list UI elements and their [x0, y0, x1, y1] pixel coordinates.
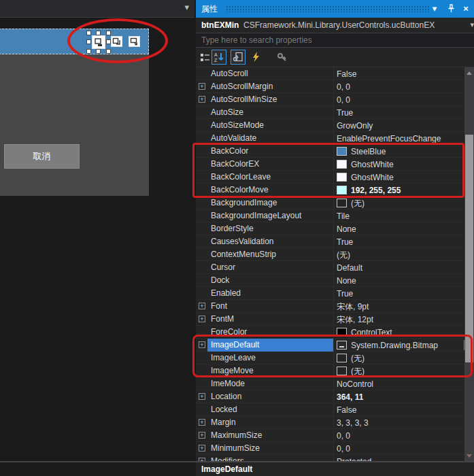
property-name[interactable]: BackgroundImageLayout [207, 209, 334, 222]
property-name[interactable]: CausesValidation [207, 235, 334, 248]
chevron-down-icon[interactable]: ▾ [184, 2, 189, 12]
events-button[interactable] [249, 50, 264, 65]
property-row[interactable]: BackgroundImage(无) [196, 197, 464, 209]
expand-icon[interactable]: + [199, 303, 205, 309]
property-name[interactable]: BackgroundImage [207, 197, 334, 209]
properties-view-button[interactable] [231, 50, 246, 65]
restore-button[interactable] [129, 36, 140, 47]
property-value-cell[interactable]: 0, 0 [335, 93, 464, 106]
property-name[interactable]: BackColor [207, 145, 334, 158]
property-value-cell[interactable]: True [335, 287, 464, 300]
property-row[interactable]: DockNone [196, 274, 464, 287]
categorized-button[interactable] [197, 50, 212, 65]
property-row[interactable]: +FontM宋体, 12pt [196, 313, 464, 326]
property-value-cell[interactable]: GhostWhite [335, 158, 464, 171]
scrollbar-thumb[interactable] [465, 135, 473, 362]
property-pages-button[interactable] [275, 50, 290, 65]
property-value-cell[interactable]: 宋体, 9pt [335, 300, 464, 313]
property-row[interactable]: +Margin3, 3, 3, 3 [196, 416, 464, 429]
property-name[interactable]: ForeColor [207, 326, 334, 339]
property-value-cell[interactable]: None [335, 274, 464, 287]
property-value-cell[interactable]: None [335, 222, 464, 235]
expand-icon[interactable]: + [199, 341, 205, 348]
form-titlebar[interactable] [0, 29, 149, 54]
property-value-cell[interactable]: 宋体, 12pt [335, 313, 464, 326]
maximize-button[interactable] [111, 36, 122, 47]
property-value-cell[interactable]: 364, 11 [335, 390, 464, 403]
property-value-cell[interactable]: ControlText [335, 326, 464, 339]
property-row[interactable]: BackgroundImageLayoutTile [196, 209, 464, 222]
property-value-cell[interactable]: EnablePreventFocusChange [335, 132, 464, 145]
property-value-cell[interactable]: SteelBlue [335, 145, 464, 158]
property-name[interactable]: MinimumSize [207, 442, 334, 455]
property-value-cell[interactable]: (无) [335, 248, 464, 261]
property-name[interactable]: ImeMode [207, 377, 334, 390]
pin-icon[interactable] [445, 2, 456, 14]
expand-icon[interactable]: + [199, 83, 205, 90]
property-name[interactable]: ImageDefault [207, 339, 334, 352]
property-row[interactable]: BackColorSteelBlue [196, 145, 464, 158]
property-row[interactable]: EnabledTrue [196, 287, 464, 300]
property-value-cell[interactable]: Default [335, 261, 464, 274]
property-value-cell[interactable]: GrowOnly [335, 119, 464, 132]
property-row[interactable]: CursorDefault [196, 261, 464, 274]
property-name[interactable]: Location [207, 390, 334, 403]
property-row[interactable]: BackColorLeaveGhostWhite [196, 171, 464, 184]
cancel-button[interactable]: 取消 [4, 144, 80, 169]
object-selector[interactable]: btnEXMin CSFramework.Mini.Library.UserCo… [196, 18, 474, 33]
expand-icon[interactable]: + [199, 445, 205, 452]
property-value-cell[interactable]: GhostWhite [335, 171, 464, 184]
selection-handle[interactable] [86, 49, 91, 54]
selection-handle[interactable] [86, 31, 91, 35]
property-row[interactable]: +Font宋体, 9pt [196, 300, 464, 313]
property-row[interactable]: +Location364, 11 [196, 390, 464, 403]
expand-icon[interactable]: + [199, 432, 205, 439]
vertical-scrollbar[interactable] [464, 67, 474, 462]
selection-handle[interactable] [86, 39, 91, 44]
property-name[interactable]: AutoSizeMode [207, 119, 334, 132]
property-row[interactable]: AutoSizeTrue [196, 106, 464, 119]
property-name[interactable]: ImageMove [207, 364, 334, 377]
property-row[interactable]: ImageLeave(无) [196, 352, 464, 364]
property-name[interactable]: MaximumSize [207, 429, 334, 442]
selection-handle[interactable] [106, 39, 111, 44]
chevron-down-icon[interactable]: ▾ [470, 20, 474, 29]
property-row[interactable]: +ImageDefaultSystem.Drawing.Bitmap... [196, 339, 464, 352]
property-row[interactable]: LockedFalse [196, 403, 464, 416]
property-name[interactable]: BackColorMove [207, 184, 334, 197]
property-value-cell[interactable]: 0, 0 [335, 429, 464, 442]
property-value-cell[interactable]: 0, 0 [335, 442, 464, 455]
property-name[interactable]: Margin [207, 416, 334, 429]
property-row[interactable]: ImageMove(无) [196, 364, 464, 377]
property-name[interactable]: ContextMenuStrip [207, 248, 334, 261]
expand-icon[interactable]: + [199, 419, 205, 426]
selection-handle[interactable] [96, 49, 101, 54]
property-value-cell[interactable]: System.Drawing.Bitmap... [335, 339, 464, 352]
property-name[interactable]: Font [207, 300, 334, 313]
property-name[interactable]: BorderStyle [207, 222, 334, 235]
selection-handle[interactable] [96, 31, 101, 35]
scroll-down-icon[interactable] [464, 450, 474, 462]
selection-handle[interactable] [106, 49, 111, 54]
property-row[interactable]: AutoScrollFalse [196, 67, 464, 80]
property-row[interactable]: CausesValidationTrue [196, 235, 464, 248]
property-name[interactable]: FontM [207, 313, 334, 326]
property-row[interactable]: BorderStyleNone [196, 222, 464, 235]
expand-icon[interactable]: + [199, 316, 205, 322]
design-surface[interactable]: 取消 [0, 18, 194, 461]
property-value-cell[interactable]: 0, 0 [335, 80, 464, 93]
property-name[interactable]: AutoValidate [207, 132, 334, 145]
properties-title-bar[interactable]: 属性 ▾ × [196, 0, 474, 18]
expand-icon[interactable]: + [199, 393, 205, 400]
property-row[interactable]: BackColorMove192, 255, 255 [196, 184, 464, 197]
property-name[interactable]: Enabled [207, 287, 334, 300]
property-row[interactable]: +MinimumSize0, 0 [196, 442, 464, 455]
property-row[interactable]: ContextMenuStrip(无) [196, 248, 464, 261]
selection-handle[interactable] [106, 31, 111, 35]
close-icon[interactable]: × [460, 2, 471, 14]
expand-icon[interactable]: + [199, 96, 205, 103]
property-row[interactable]: +AutoScrollMinSize0, 0 [196, 93, 464, 106]
property-name[interactable]: ImageLeave [207, 352, 334, 364]
property-row[interactable]: ImeModeNoControl [196, 377, 464, 390]
property-row[interactable]: ForeColorControlText [196, 326, 464, 339]
